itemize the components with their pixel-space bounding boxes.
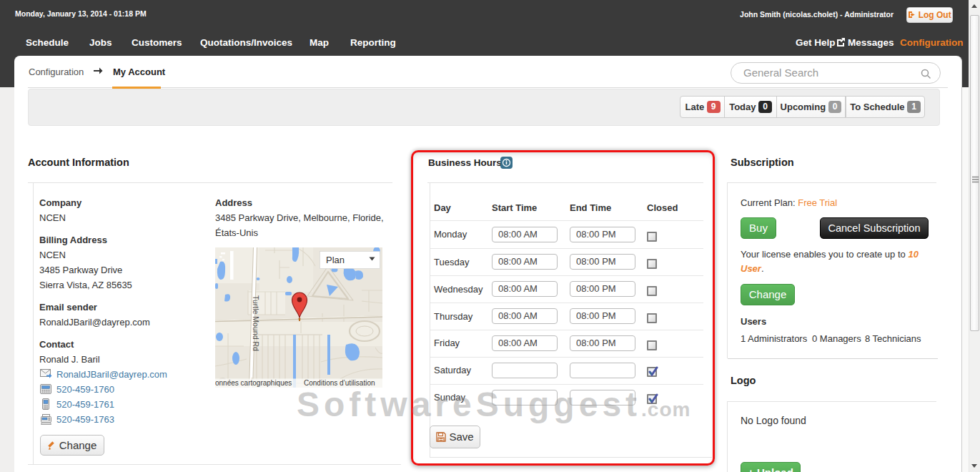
svg-text:Turtle Mound Rd: Turtle Mound Rd [252, 295, 260, 351]
svg-text:Plan: Plan [326, 255, 345, 265]
svg-text:onnées cartographiques: onnées cartographiques [215, 379, 292, 387]
